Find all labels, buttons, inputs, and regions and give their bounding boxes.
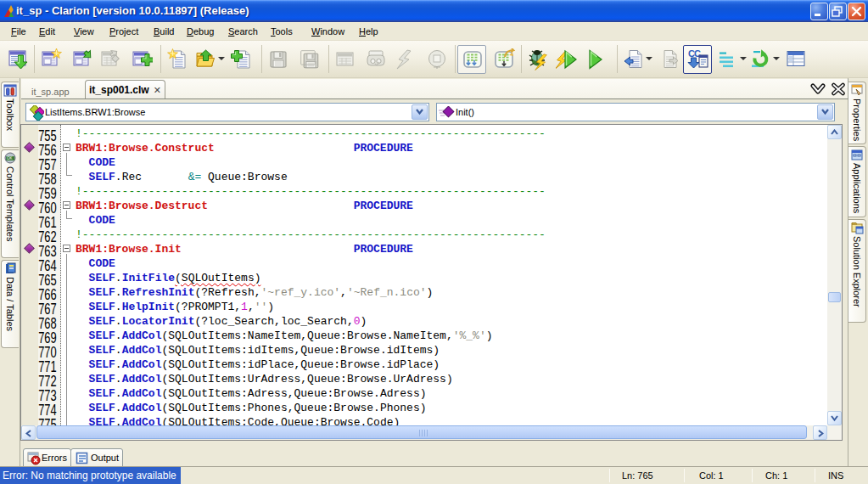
svg-text:OK: OK [7,156,13,160]
